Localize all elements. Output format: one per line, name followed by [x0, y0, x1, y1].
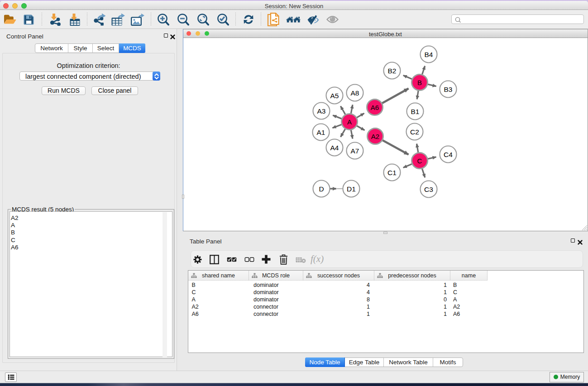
svg-text:B4: B4	[425, 51, 433, 58]
svg-text:D1: D1	[347, 185, 356, 193]
svg-text:A6: A6	[371, 104, 379, 111]
svg-text:C2: C2	[410, 128, 419, 136]
svg-text:A1: A1	[317, 129, 325, 136]
svg-text:B3: B3	[444, 86, 453, 93]
svg-text:A7: A7	[351, 147, 359, 155]
svg-text:A8: A8	[351, 89, 359, 97]
svg-text:B2: B2	[388, 67, 397, 75]
svg-text:C1: C1	[387, 169, 397, 176]
svg-text:A5: A5	[330, 92, 339, 100]
svg-text:A: A	[347, 118, 352, 126]
svg-text:C4: C4	[444, 151, 453, 158]
svg-text:C: C	[417, 157, 422, 165]
svg-text:B: B	[417, 79, 422, 86]
svg-text:A2: A2	[371, 133, 379, 140]
svg-text:B1: B1	[411, 108, 420, 115]
svg-text:A3: A3	[317, 107, 326, 115]
svg-text:D: D	[319, 185, 324, 193]
svg-text:A4: A4	[330, 144, 339, 152]
svg-text:C3: C3	[424, 186, 433, 193]
